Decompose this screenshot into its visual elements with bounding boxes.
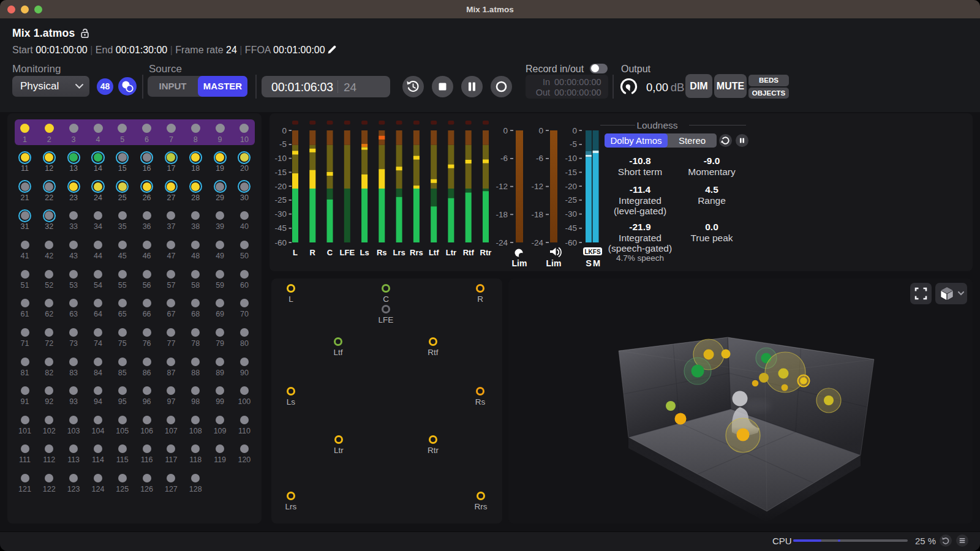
- svg-text:LFE: LFE: [340, 248, 355, 257]
- svg-text:C: C: [327, 248, 333, 257]
- svg-text:0: 0: [538, 126, 543, 135]
- svg-text:-6: -6: [536, 154, 543, 163]
- svg-text:Ls: Ls: [360, 248, 369, 257]
- svg-text:-25: -25: [274, 195, 287, 204]
- svg-text:Ltr: Ltr: [446, 248, 456, 257]
- svg-text:-15: -15: [274, 168, 287, 177]
- svg-text:0: 0: [282, 126, 287, 135]
- svg-text:-6: -6: [500, 154, 508, 163]
- svg-text:-24: -24: [496, 238, 508, 247]
- svg-text:-24: -24: [531, 238, 543, 247]
- svg-text:0: 0: [503, 126, 508, 135]
- svg-text:-10: -10: [274, 154, 287, 163]
- svg-text:-5: -5: [279, 140, 287, 149]
- svg-text:-45: -45: [274, 223, 287, 233]
- svg-text:Rs: Rs: [377, 248, 387, 257]
- svg-text:Rtr: Rtr: [480, 248, 492, 257]
- svg-text:Loudness: Loudness: [636, 120, 677, 130]
- svg-text:Lim: Lim: [512, 258, 527, 268]
- svg-text:Rtf: Rtf: [463, 248, 475, 257]
- svg-text:-60: -60: [274, 238, 287, 247]
- svg-text:L: L: [293, 248, 298, 257]
- svg-text:Lrs: Lrs: [393, 248, 405, 257]
- svg-text:Rrs: Rrs: [410, 248, 423, 257]
- svg-text:Ltf: Ltf: [429, 248, 439, 257]
- svg-text:-30: -30: [274, 209, 287, 219]
- svg-text:-12: -12: [531, 182, 543, 191]
- svg-text:0: 0: [572, 126, 577, 135]
- svg-text:-18: -18: [496, 210, 508, 219]
- svg-text:-20: -20: [274, 182, 287, 191]
- svg-text:R: R: [310, 248, 316, 257]
- svg-text:-12: -12: [496, 182, 508, 191]
- svg-text:-18: -18: [531, 210, 543, 219]
- svg-text:Lim: Lim: [546, 258, 562, 268]
- svg-text:-5: -5: [570, 140, 577, 149]
